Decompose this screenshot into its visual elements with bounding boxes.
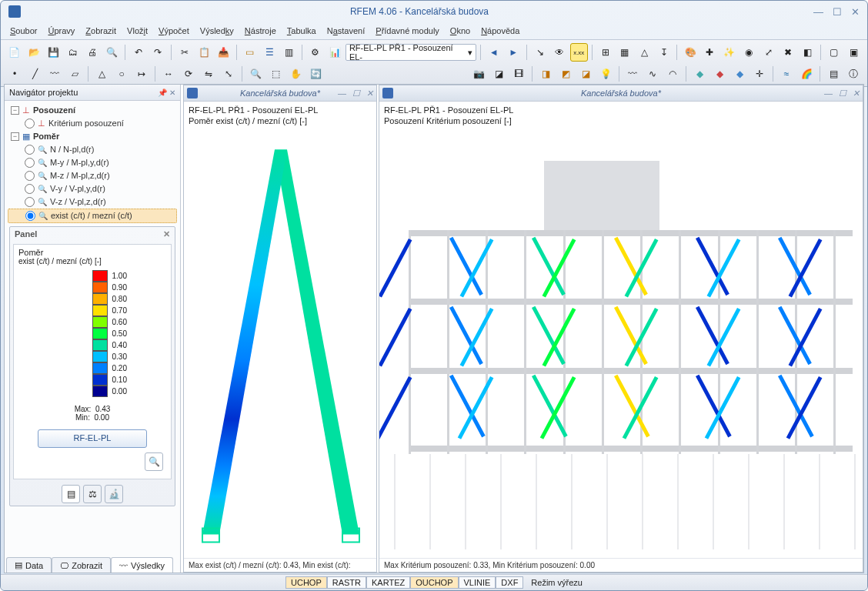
wand-button[interactable]: ✨ [720, 43, 738, 62]
axes-button[interactable]: ⤢ [760, 43, 777, 62]
navigator-tree[interactable]: −⊥Posouzení ⊥Kritérium posouzení −▦Poměr… [5, 101, 180, 223]
panel-tab-microscope[interactable]: 🔬 [105, 485, 123, 503]
orbit-button[interactable]: 🔄 [306, 65, 325, 83]
filter-button[interactable]: ⊞ [596, 43, 614, 62]
menu-tabulka[interactable]: Tabulka [287, 26, 316, 35]
eye-button[interactable]: 👁 [550, 43, 568, 62]
axes2-button[interactable]: ✛ [750, 65, 769, 83]
tab-zobrazit[interactable]: 🖵 Zobrazit [52, 557, 111, 573]
view-max-button[interactable]: ☐ [839, 88, 846, 98]
line-add-button[interactable]: ╱ [25, 65, 44, 83]
zoom-window-button[interactable]: ⬚ [266, 65, 285, 83]
mesh-button[interactable]: ▦ [616, 43, 633, 62]
status-cell-rastr[interactable]: RASTR [327, 576, 366, 589]
support-add-button[interactable]: △ [92, 65, 111, 83]
menu-vlozit[interactable]: Vložit [127, 26, 148, 35]
wave-button[interactable]: ≈ [777, 65, 796, 83]
colorbox-2-button[interactable]: ◆ [710, 65, 729, 83]
status-cell-kartez[interactable]: KARTEZ [366, 576, 410, 589]
move-button[interactable]: ↔ [159, 65, 178, 83]
table-button[interactable]: ☰ [260, 43, 278, 62]
cut-button[interactable]: ✂ [175, 43, 193, 62]
window-2-button[interactable]: ▣ [844, 43, 862, 62]
supports-button[interactable]: △ [636, 43, 653, 62]
view-left-canvas[interactable] [184, 126, 376, 558]
menu-napoveda[interactable]: Nápověda [481, 26, 519, 35]
iso-3-button[interactable]: ◪ [576, 65, 595, 83]
menu-moduly[interactable]: Přídavné moduly [376, 26, 439, 35]
pan-button[interactable]: ✋ [286, 65, 305, 83]
surface-add-button[interactable]: ▱ [65, 65, 84, 83]
colorbox-3-button[interactable]: ◆ [730, 65, 749, 83]
list-button[interactable]: ▤ [824, 65, 843, 83]
pin-icon[interactable]: 📌 [158, 88, 167, 97]
panel-tab-scales[interactable]: ⚖ [83, 485, 102, 503]
beam-tool-button[interactable]: ▭ [241, 43, 259, 62]
menu-vysledky[interactable]: Výsledky [200, 26, 234, 35]
close-button[interactable]: ✕ [851, 6, 860, 18]
curve-button[interactable]: 〰 [623, 65, 642, 83]
colorbox-1-button[interactable]: ◆ [690, 65, 709, 83]
colorwheel-button[interactable]: 🌈 [797, 65, 816, 83]
undo-button[interactable]: ↶ [129, 43, 147, 62]
iso-1-button[interactable]: ◨ [536, 65, 555, 83]
menu-soubor[interactable]: Soubor [10, 26, 37, 35]
copy-button[interactable]: 📋 [195, 43, 212, 62]
tab-data[interactable]: ▤ Data [6, 557, 52, 573]
menu-zobrazit[interactable]: Zobrazit [85, 26, 116, 35]
open-file-button[interactable]: 📂 [25, 43, 42, 62]
tab-vysledky[interactable]: 〰 Výsledky [111, 557, 173, 573]
view-mode-button[interactable]: ◪ [489, 65, 508, 83]
delete-result-button[interactable]: ✖ [779, 43, 796, 62]
view-right-canvas[interactable] [379, 126, 863, 558]
radio-vz[interactable] [25, 197, 35, 207]
menu-vypocet[interactable]: Výpočet [159, 26, 189, 35]
results-button[interactable]: 📊 [326, 43, 344, 62]
zoom-all-button[interactable]: 🔍 [246, 65, 265, 83]
status-cell-ouchop[interactable]: OUCHOP [410, 576, 458, 589]
panel-search-button[interactable]: 🔍 [145, 452, 163, 471]
light-button[interactable]: 💡 [596, 65, 615, 83]
radio-vy[interactable] [25, 184, 35, 194]
render-button[interactable]: 🎞 [509, 65, 528, 83]
iso-2-button[interactable]: ◩ [556, 65, 575, 83]
node-add-button[interactable]: • [5, 65, 24, 83]
collapse-icon[interactable]: − [11, 106, 19, 115]
rf-el-pl-button[interactable]: RF-EL-PL [38, 429, 147, 448]
xxx-button[interactable]: x.xx [570, 43, 588, 62]
redo-button[interactable]: ↷ [149, 43, 167, 62]
hinge-add-button[interactable]: ○ [112, 65, 131, 83]
status-cell-uchop[interactable]: UCHOP [285, 576, 327, 589]
print-preview-button[interactable]: 🔍 [103, 43, 121, 62]
colors-button[interactable]: 🎨 [681, 43, 699, 62]
radio-exist[interactable] [25, 211, 35, 221]
new-file-button[interactable]: 📄 [5, 43, 23, 62]
save-button[interactable]: 💾 [45, 43, 62, 62]
section-button[interactable]: ✚ [701, 43, 719, 62]
menu-nastroje[interactable]: Nástroje [245, 26, 276, 35]
prev-button[interactable]: ◄ [485, 43, 502, 62]
select-tool-button[interactable]: ▥ [280, 43, 298, 62]
loads-button[interactable]: ↧ [655, 43, 673, 62]
collapse-icon-2[interactable]: − [11, 132, 19, 141]
paste-button[interactable]: 📥 [215, 43, 232, 62]
save-all-button[interactable]: 🗂 [64, 43, 82, 62]
member-add-button[interactable]: 〰 [45, 65, 64, 83]
view-min-button[interactable]: — [338, 88, 346, 98]
info-button[interactable]: ⓘ [844, 65, 863, 83]
status-cell-dxf[interactable]: DXF [496, 576, 523, 589]
camera-button[interactable]: 📷 [469, 65, 488, 83]
scale-button[interactable]: ⤡ [219, 65, 238, 83]
view-iso-button[interactable]: ↘ [531, 43, 549, 62]
radio-mz[interactable] [25, 171, 35, 181]
mirror-button[interactable]: ⇋ [199, 65, 218, 83]
menu-upravy[interactable]: Úpravy [48, 26, 75, 35]
menu-okno[interactable]: Okno [450, 26, 470, 35]
spline-button[interactable]: ∿ [643, 65, 662, 83]
cube-button[interactable]: ◧ [799, 43, 816, 62]
menu-nastaveni[interactable]: Nastavení [327, 26, 366, 35]
maximize-button[interactable]: ☐ [833, 6, 842, 18]
loadcase-combo[interactable]: RF-EL-PL PŘ1 - Posouzení EL-▾ [346, 44, 476, 61]
minimize-button[interactable]: — [813, 6, 823, 18]
radio-my[interactable] [25, 158, 35, 168]
